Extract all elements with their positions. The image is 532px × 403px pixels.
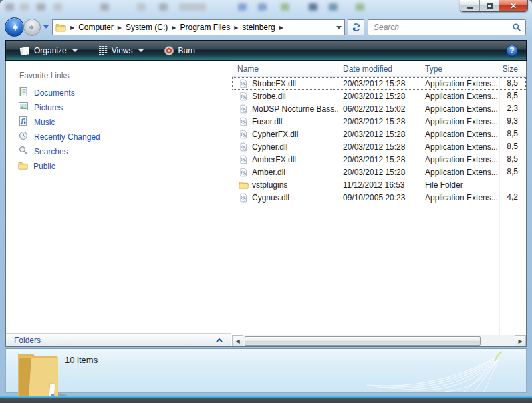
file-date-modified: 20/03/2012 15:28 bbox=[338, 168, 420, 177]
file-type: Application Extens... bbox=[420, 130, 499, 139]
breadcrumb-item[interactable]: System (C:) bbox=[126, 23, 168, 32]
file-name: Cypher.dll bbox=[252, 142, 287, 152]
views-icon bbox=[98, 45, 108, 55]
breadcrumb-item[interactable]: Computer bbox=[78, 23, 114, 32]
refresh-icon bbox=[351, 22, 362, 33]
minimize-icon bbox=[467, 7, 473, 9]
organize-dropdown-icon bbox=[72, 49, 78, 52]
folders-bar[interactable]: Folders bbox=[6, 333, 231, 346]
dll-file-icon bbox=[237, 130, 249, 139]
file-name: vstplugins bbox=[252, 180, 287, 190]
scroll-left-button[interactable]: ◀ bbox=[232, 335, 243, 346]
views-label: Views bbox=[112, 46, 133, 55]
file-size: 8,5 bbox=[499, 128, 526, 140]
table-row[interactable]: StrobeFX.dll20/03/2012 15:28Application … bbox=[232, 77, 526, 90]
back-arrow-icon bbox=[9, 22, 20, 33]
search-icon[interactable] bbox=[512, 23, 521, 32]
close-button[interactable]: ✕ bbox=[499, 0, 527, 11]
sidebar-item-label: Music bbox=[34, 118, 55, 127]
sidebar-item-label: Public bbox=[33, 162, 55, 171]
file-date-modified: 20/03/2012 15:28 bbox=[338, 142, 420, 152]
maximize-button[interactable] bbox=[480, 0, 499, 11]
breadcrumb-item[interactable]: steinberg bbox=[242, 23, 275, 32]
chevron-up-icon[interactable] bbox=[215, 338, 223, 343]
horizontal-scrollbar[interactable]: ◀ ▶ bbox=[232, 335, 526, 346]
address-dropdown-icon[interactable] bbox=[336, 26, 342, 29]
scroll-right-button[interactable]: ▶ bbox=[515, 335, 526, 346]
file-type: File Folder bbox=[420, 180, 499, 190]
scrollbar-track[interactable] bbox=[243, 335, 515, 346]
table-row[interactable]: Cypher.dll20/03/2012 15:28Application Ex… bbox=[232, 140, 526, 153]
navigation-bar: ▶Computer▶System (C:)▶Program Files▶stei… bbox=[0, 15, 532, 40]
scrollbar-thumb[interactable] bbox=[245, 336, 481, 346]
breadcrumb-separator-icon: ▶ bbox=[118, 25, 122, 31]
search-input[interactable] bbox=[372, 22, 512, 33]
table-row[interactable]: vstplugins11/12/2012 16:53File Folder bbox=[232, 178, 526, 191]
forward-button[interactable] bbox=[23, 19, 41, 36]
file-list-pane: Name Date modified Type Size StrobeFX.dl… bbox=[232, 61, 526, 335]
file-date-modified: 20/03/2012 15:28 bbox=[338, 79, 420, 88]
file-size: 8,5 bbox=[499, 90, 526, 102]
sidebar-item-recently-changed[interactable]: Recently Changed bbox=[6, 130, 231, 144]
file-date-modified: 06/02/2012 15:02 bbox=[338, 104, 420, 114]
dll-file-icon bbox=[237, 79, 249, 88]
table-row[interactable]: Fusor.dll20/03/2012 15:28Application Ext… bbox=[232, 115, 526, 128]
forward-arrow-icon bbox=[27, 23, 37, 32]
table-row[interactable]: Amber.dll20/03/2012 15:28Application Ext… bbox=[232, 166, 526, 178]
column-header-name[interactable]: Name bbox=[232, 61, 338, 76]
sidebar-item-documents[interactable]: Documents bbox=[6, 86, 231, 100]
table-row[interactable]: CypherFX.dll20/03/2012 15:28Application … bbox=[232, 128, 526, 140]
table-row[interactable]: Strobe.dll20/03/2012 15:28Application Ex… bbox=[232, 90, 526, 102]
dll-file-icon bbox=[237, 92, 249, 101]
breadcrumb-separator-icon: ▶ bbox=[234, 25, 238, 31]
titlebar[interactable]: ✕ bbox=[0, 0, 532, 15]
column-header-size[interactable]: Size bbox=[499, 61, 526, 76]
file-name: Fusor.dll bbox=[252, 117, 282, 126]
sidebar-item-searches[interactable]: Searches bbox=[6, 144, 231, 159]
folders-label: Folders bbox=[14, 335, 41, 345]
back-button[interactable] bbox=[5, 17, 24, 37]
file-name: StrobeFX.dll bbox=[252, 79, 296, 88]
file-date-modified: 20/03/2012 15:28 bbox=[338, 92, 420, 101]
refresh-button[interactable] bbox=[348, 19, 364, 35]
file-name: Cygnus.dll bbox=[252, 193, 289, 203]
pictures-icon bbox=[18, 101, 29, 114]
main-content: Favorite Links DocumentsPicturesMusicRec… bbox=[5, 61, 527, 347]
column-header-date-modified[interactable]: Date modified bbox=[338, 61, 420, 76]
file-rows: StrobeFX.dll20/03/2012 15:28Application … bbox=[232, 77, 526, 204]
table-row[interactable]: MoDSP Nocturne Bass....06/02/2012 15:02A… bbox=[232, 102, 526, 115]
breadcrumb-separator-icon: ▶ bbox=[172, 25, 176, 31]
details-pane: 10 items bbox=[5, 348, 527, 393]
sidebar-item-label: Searches bbox=[34, 147, 68, 156]
column-header-type[interactable]: Type bbox=[420, 61, 499, 76]
current-folder-icon bbox=[11, 350, 69, 402]
table-row[interactable]: Cygnus.dll09/10/2005 20:23Application Ex… bbox=[232, 191, 526, 204]
file-date-modified: 11/12/2012 16:53 bbox=[338, 180, 420, 190]
breadcrumb-separator-icon: ▶ bbox=[279, 25, 283, 31]
burn-button[interactable]: Burn bbox=[158, 43, 201, 59]
organize-button[interactable]: Organize bbox=[14, 43, 83, 59]
sidebar-item-music[interactable]: Music bbox=[6, 115, 231, 130]
breadcrumb-item[interactable]: Program Files bbox=[180, 23, 231, 32]
file-name: AmberFX.dll bbox=[252, 155, 296, 164]
file-type: Application Extens... bbox=[420, 79, 499, 88]
documents-icon bbox=[18, 86, 29, 100]
history-dropdown-icon[interactable] bbox=[43, 25, 49, 29]
help-button[interactable]: ? bbox=[506, 45, 518, 57]
minimize-button[interactable] bbox=[460, 0, 480, 11]
views-dropdown-icon bbox=[138, 49, 144, 52]
file-size: 8,5 bbox=[499, 77, 526, 90]
sidebar-item-pictures[interactable]: Pictures bbox=[6, 100, 231, 115]
dll-file-icon bbox=[237, 155, 249, 164]
address-bar[interactable]: ▶Computer▶System (C:)▶Program Files▶stei… bbox=[52, 19, 345, 35]
sidebar-item-public[interactable]: Public bbox=[6, 159, 231, 174]
favorite-links-header: Favorite Links bbox=[6, 68, 231, 86]
file-type: Application Extens... bbox=[420, 193, 499, 203]
dll-file-icon bbox=[237, 117, 249, 126]
maximize-icon bbox=[487, 3, 493, 9]
scrollbar-grip-icon bbox=[360, 338, 366, 344]
favorite-links-pane: Favorite Links DocumentsPicturesMusicRec… bbox=[6, 61, 231, 333]
table-row[interactable]: AmberFX.dll20/03/2012 15:28Application E… bbox=[232, 153, 526, 166]
views-button[interactable]: Views bbox=[92, 43, 149, 58]
close-icon: ✕ bbox=[510, 2, 517, 10]
